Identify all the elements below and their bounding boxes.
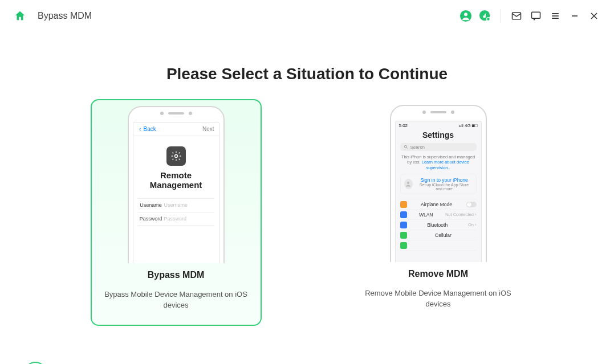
next-link: Next	[202, 126, 214, 132]
settings-item: BluetoothOn ›	[400, 220, 477, 230]
settings-item-icon	[400, 201, 407, 208]
heading: Please Select a Situation to Continue	[0, 65, 614, 83]
page-title: Bypass MDM	[38, 11, 92, 21]
settings-item-value: On ›	[468, 222, 477, 227]
settings-item-icon	[400, 211, 407, 218]
card-remove-mdm[interactable]: 5:02 ull 4G ◙□ Settings Search This iPho…	[353, 99, 524, 326]
phone-mock: 5:02 ull 4G ◙□ Settings Search This iPho…	[390, 105, 487, 262]
menu-icon[interactable]	[546, 6, 565, 26]
status-time: 5:02	[399, 123, 408, 128]
gear-icon	[166, 146, 186, 166]
divider	[501, 9, 501, 23]
field-username: Usename Username	[138, 198, 214, 212]
minimize-icon[interactable]	[565, 6, 584, 26]
settings-item-label: WLAN	[410, 212, 442, 218]
svg-rect-6	[532, 12, 540, 18]
main: Please Select a Situation to Continue Ba…	[0, 65, 614, 364]
settings-item-label: Cellular	[410, 232, 477, 238]
search-box: Search	[400, 143, 477, 151]
screen-remote-management: Back Next RemoteManagement Usename Usern…	[133, 122, 219, 263]
card-title: Remove MDM	[362, 269, 515, 279]
settings-item-icon	[400, 222, 407, 228]
titlebar-actions	[456, 6, 604, 26]
svg-point-1	[464, 13, 467, 16]
titlebar: Bypass MDM	[0, 0, 614, 32]
card-desc: Remove Mobile Device Management on iOS d…	[362, 288, 515, 310]
phone-preview: Back Next RemoteManagement Usename Usern…	[101, 106, 251, 263]
settings-item	[400, 240, 477, 251]
card-title: Bypass MDM	[101, 270, 251, 280]
avatar-icon	[404, 179, 413, 189]
svg-point-13	[174, 155, 177, 158]
status-signal: ull 4G ◙□	[459, 123, 478, 128]
settings-item-label: Bluetooth	[410, 222, 465, 228]
svg-line-15	[406, 148, 408, 149]
settings-item-icon	[400, 232, 407, 239]
back-button[interactable]	[24, 362, 47, 364]
close-icon[interactable]	[584, 6, 604, 26]
settings-item: WLANNot Connected ›	[400, 210, 477, 220]
phone-mock: Back Next RemoteManagement Usename Usern…	[128, 106, 225, 263]
phone-preview: 5:02 ull 4G ◙□ Settings Search This iPho…	[362, 105, 515, 262]
music-search-icon[interactable]	[475, 6, 495, 26]
card-bypass-mdm[interactable]: Back Next RemoteManagement Usename Usern…	[91, 99, 262, 326]
toggle	[466, 202, 477, 207]
home-icon[interactable]	[10, 6, 30, 26]
settings-item-label: Airplane Mode	[410, 202, 463, 207]
rm-title: RemoteManagement	[133, 170, 219, 190]
settings-list: Airplane ModeWLANNot Connected ›Bluetoot…	[400, 199, 477, 251]
card-desc: Bypass Mobile Device Management on iOS d…	[101, 289, 251, 311]
settings-title: Settings	[396, 129, 481, 143]
svg-point-16	[407, 182, 409, 184]
account-icon[interactable]	[456, 6, 475, 26]
situation-cards: Back Next RemoteManagement Usename Usern…	[0, 99, 614, 326]
svg-line-4	[490, 20, 491, 22]
mail-icon[interactable]	[507, 6, 526, 26]
feedback-icon[interactable]	[526, 6, 546, 26]
supervised-note: This iPhon is supervised and managed by …	[400, 154, 477, 170]
settings-item: Airplane Mode	[400, 199, 477, 210]
signin-row: Sign in to your iPhone Set up iCloud the…	[400, 174, 477, 194]
back-link: Back	[138, 126, 156, 132]
settings-item-icon	[400, 242, 407, 249]
field-password: Password Password	[138, 212, 214, 226]
settings-item: Cellular	[400, 230, 477, 240]
screen-settings: 5:02 ull 4G ◙□ Settings Search This iPho…	[395, 121, 482, 262]
settings-item-value: Not Connected ›	[445, 212, 477, 217]
svg-point-14	[404, 145, 406, 148]
